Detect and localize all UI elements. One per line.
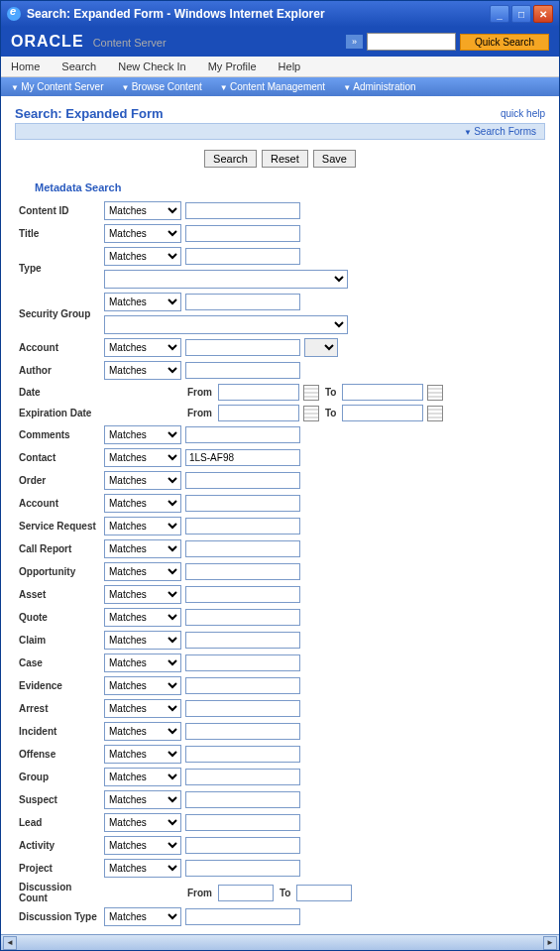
match-evidence[interactable]: Matches [104,676,181,695]
input-incident[interactable] [185,723,300,740]
match-order[interactable]: Matches [104,471,181,490]
scroll-right-icon[interactable]: ► [543,936,557,950]
select-type[interactable] [104,270,348,289]
input-svcreq[interactable] [185,518,300,535]
input-account[interactable] [185,339,300,356]
input-asset[interactable] [185,586,300,603]
horizontal-scrollbar[interactable]: ◄ ► [1,934,559,950]
match-project[interactable]: Matches [104,859,181,878]
match-opportunity[interactable]: Matches [104,562,181,581]
input-type[interactable] [185,248,300,265]
submenu-admin[interactable]: Administration [341,80,418,93]
input-expdate-to[interactable] [342,405,423,421]
input-suspect[interactable] [185,791,300,808]
reset-button-top[interactable]: Reset [262,150,308,168]
match-comments[interactable]: Matches [104,425,181,444]
calendar-icon[interactable] [303,406,319,421]
match-activity[interactable]: Matches [104,836,181,855]
input-date-from[interactable] [218,384,299,401]
input-expdate-from[interactable] [218,405,299,421]
menu-myprofile[interactable]: My Profile [206,57,259,76]
match-group[interactable]: Matches [104,768,181,786]
input-author[interactable] [185,362,300,379]
input-arrest[interactable] [185,700,300,717]
input-group[interactable] [185,769,300,785]
select-secgroup[interactable] [104,315,348,334]
label-title: Title [19,228,104,239]
select-account[interactable] [304,338,338,357]
match-offense[interactable]: Matches [104,745,181,764]
submenu-browse[interactable]: Browse Content [120,80,204,93]
menu-newcheckin[interactable]: New Check In [116,57,187,76]
input-lead[interactable] [185,814,300,831]
input-quote[interactable] [185,609,300,626]
menu-home[interactable]: Home [9,57,42,76]
input-project[interactable] [185,860,300,877]
input-evidence[interactable] [185,677,300,694]
input-order[interactable] [185,472,300,489]
input-disccount-from[interactable] [218,885,274,901]
input-offense[interactable] [185,746,300,763]
input-disccount-to[interactable] [296,885,352,901]
match-secgroup[interactable]: Matches [104,293,181,311]
match-suspect[interactable]: Matches [104,790,181,809]
match-author[interactable]: Matches [104,361,181,380]
scroll-left-icon[interactable]: ◄ [3,936,17,950]
maximize-button[interactable]: □ [511,5,531,23]
input-secgroup[interactable] [185,294,300,310]
match-contact[interactable]: Matches [104,448,181,467]
search-forms-label: Search Forms [474,126,536,137]
match-title[interactable]: Matches [104,224,181,243]
match-case[interactable]: Matches [104,654,181,672]
label-project: Project [19,863,104,874]
match-disctype[interactable]: Matches [104,907,181,926]
input-claim[interactable] [185,632,300,649]
input-title[interactable] [185,225,300,242]
match-account[interactable]: Matches [104,338,181,357]
calendar-icon[interactable] [427,385,443,401]
search-button-top[interactable]: Search [204,150,257,168]
match-contentid[interactable]: Matches [104,201,181,220]
minimize-button[interactable]: _ [490,5,509,23]
label-opportunity: Opportunity [19,566,104,577]
calendar-icon[interactable] [303,385,319,401]
input-date-to[interactable] [342,384,423,401]
window-title: Search: Expanded Form - Windows Internet… [27,7,325,21]
input-activity[interactable] [185,837,300,854]
input-callreport[interactable] [185,540,300,557]
input-comments[interactable] [185,426,300,443]
quick-search-button[interactable]: Quick Search [460,34,549,51]
input-case[interactable] [185,654,300,671]
input-account2[interactable] [185,495,300,512]
input-contentid[interactable] [185,202,300,219]
quick-search-input[interactable] [367,33,456,51]
save-button-top[interactable]: Save [313,150,356,168]
qs-dropdown-icon[interactable]: » [346,35,363,49]
metadata-section-header: Metadata Search [35,181,545,193]
quick-help-link[interactable]: quick help [501,108,545,119]
disccount-from-label: From [185,888,214,898]
match-claim[interactable]: Matches [104,631,181,650]
calendar-icon[interactable] [427,406,443,421]
input-opportunity[interactable] [185,563,300,580]
match-quote[interactable]: Matches [104,608,181,627]
input-disctype[interactable] [185,908,300,925]
submenu-mycontent[interactable]: My Content Server [9,80,106,93]
match-arrest[interactable]: Matches [104,699,181,718]
search-forms-dropdown[interactable]: Search Forms [15,123,545,140]
page-title: Search: Expanded Form [15,106,164,121]
input-contact[interactable] [185,449,300,466]
match-svcreq[interactable]: Matches [104,517,181,535]
label-account: Account [19,342,104,353]
match-type[interactable]: Matches [104,247,181,266]
match-callreport[interactable]: Matches [104,539,181,558]
match-account2[interactable]: Matches [104,494,181,513]
menu-help[interactable]: Help [277,57,303,76]
match-incident[interactable]: Matches [104,722,181,741]
close-button[interactable]: ✕ [533,5,553,23]
menu-search[interactable]: Search [59,57,98,76]
match-asset[interactable]: Matches [104,585,181,604]
match-lead[interactable]: Matches [104,813,181,832]
submenu-contentmgmt[interactable]: Content Management [218,80,327,93]
expdate-to-label: To [323,408,338,418]
